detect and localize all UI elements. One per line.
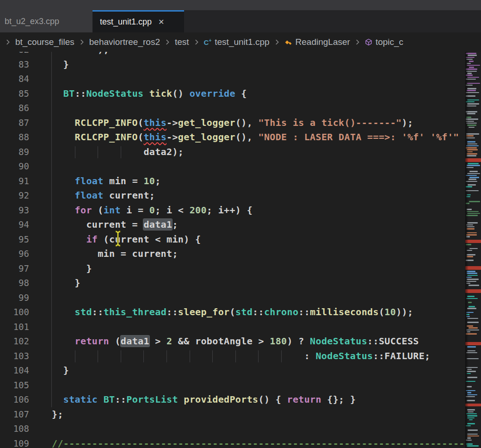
code-text[interactable]: } — [52, 57, 69, 72]
code-line-103[interactable]: 103 : NodeStatus::FAILURE; — [0, 349, 465, 364]
code-text[interactable]: //--------------------------------------… — [52, 436, 465, 448]
code-line-93[interactable]: 93 for (int i = 0; i < 200; i++) { — [0, 203, 465, 218]
minimap-code-row — [466, 121, 474, 122]
code-line-87[interactable]: 87 RCLCPP_INFO(this->get_logger(), "This… — [0, 116, 465, 131]
minimap-code-row — [466, 443, 473, 445]
code-line-89[interactable]: 89 data2); — [0, 145, 465, 160]
minimap-code-row — [467, 141, 475, 143]
minimap-code-row — [467, 113, 475, 114]
breadcrumb-item-topic_c[interactable]: topic_c — [365, 37, 403, 47]
minimap-code-row — [466, 224, 473, 226]
minimap-code-row — [466, 277, 472, 278]
code-line-104[interactable]: 104 } — [0, 363, 465, 378]
code-line-101[interactable]: 101 — [0, 320, 465, 335]
minimap-code-row — [466, 137, 475, 139]
minimap-code-row — [466, 330, 479, 331]
code-line-98[interactable]: 98 } — [0, 276, 465, 291]
code-text[interactable]: } — [52, 261, 92, 276]
minimap-error-mark — [465, 289, 481, 293]
code-line-85[interactable]: 85 BT::NodeStatus tick() override { — [0, 87, 465, 101]
breadcrumb-item-test_unit1.cpp[interactable]: C+test_unit1.cpp — [204, 37, 270, 47]
code-text[interactable]: for (int i = 0; i < 200; i++) { — [52, 203, 253, 218]
code-text[interactable]: : NodeStatus::FAILURE; — [52, 349, 430, 364]
breadcrumb-item-test[interactable]: test — [175, 37, 189, 47]
code-line-82[interactable]: 82 ); — [0, 52, 465, 57]
class-icon — [284, 38, 292, 46]
minimap-code-row — [467, 386, 472, 387]
code-line-102[interactable]: 102 return (data1 > 2 && robotAngle > 18… — [0, 334, 465, 349]
code-text[interactable]: min = current; — [52, 247, 178, 261]
code-text[interactable]: static BT::PortsList providedPorts() { r… — [52, 392, 356, 407]
line-number: 108 — [0, 422, 32, 436]
code-line-97[interactable]: 97 } — [0, 261, 465, 276]
code-editor[interactable]: 82 );83 }8485 BT::NodeStatus tick() over… — [0, 52, 465, 448]
minimap-code-row — [466, 236, 470, 237]
minimap-code-row — [469, 327, 478, 329]
code-text[interactable]: if (current < min) { — [52, 232, 201, 247]
tab-test_unit1.cpp[interactable]: test_unit1.cpp✕ — [92, 10, 184, 32]
minimap-code-row — [466, 53, 476, 54]
code-line-99[interactable]: 99 — [0, 291, 465, 305]
code-text[interactable]: float min = 10; — [52, 174, 161, 189]
minimap-code-row — [466, 312, 474, 313]
minimap-code-row — [468, 55, 477, 56]
minimap-code-row — [466, 196, 470, 198]
code-line-94[interactable]: 94 current = data1; — [0, 218, 465, 232]
code-text[interactable]: data2); — [52, 145, 184, 160]
code-line-100[interactable]: 100 std::this_thread::sleep_for(std::chr… — [0, 305, 465, 320]
code-line-95[interactable]: 95 if (current < min) { — [0, 232, 465, 247]
code-line-90[interactable]: 90 — [0, 159, 465, 174]
code-text[interactable]: return (data1 > 2 && robotAngle > 180) ?… — [52, 334, 419, 349]
line-number: 109 — [0, 436, 32, 448]
minimap-code-row — [466, 145, 479, 147]
tab-close-icon[interactable]: ✕ — [158, 19, 164, 26]
code-line-91[interactable]: 91 float min = 10; — [0, 174, 465, 189]
line-number: 102 — [0, 334, 32, 349]
breadcrumb-label: ReadingLaser — [296, 37, 350, 47]
code-text[interactable]: BT::NodeStatus tick() override { — [52, 87, 247, 101]
code-text[interactable]: RCLCPP_INFO(this->get_logger(), "NODE : … — [52, 130, 459, 145]
minimap-code-row — [467, 369, 472, 370]
line-number: 88 — [0, 130, 32, 145]
minimap-code-row — [467, 346, 476, 348]
code-line-92[interactable]: 92 float current; — [0, 188, 465, 203]
tab-bt_u2_ex3.cpp[interactable]: bt_u2_ex3.cpp — [0, 10, 92, 32]
code-line-88[interactable]: 88 RCLCPP_INFO(this->get_logger(), "NODE… — [0, 130, 465, 145]
minimap-code-row — [469, 285, 479, 286]
breadcrumb-item-behaviortree_ros2[interactable]: behaviortree_ros2 — [89, 37, 160, 47]
minimap[interactable] — [465, 52, 481, 448]
code-text[interactable]: } — [52, 363, 69, 378]
minimap-code-row — [466, 68, 477, 70]
code-line-107[interactable]: 107}; — [0, 407, 465, 422]
code-line-106[interactable]: 106 static BT::PortsList providedPorts()… — [0, 392, 465, 407]
code-text[interactable]: RCLCPP_INFO(this->get_logger(), "This is… — [52, 116, 413, 131]
minimap-code-row — [469, 61, 474, 62]
code-line-86[interactable]: 86 — [0, 101, 465, 116]
minimap-code-row — [466, 283, 470, 284]
breadcrumb-item-bt_course_files[interactable]: bt_course_files — [15, 37, 74, 47]
line-number: 97 — [0, 261, 32, 276]
line-number: 107 — [0, 407, 32, 422]
minimap-code-row — [466, 190, 479, 192]
code-text[interactable]: float current; — [52, 188, 155, 203]
line-number: 89 — [0, 145, 32, 160]
minimap-code-row — [469, 306, 475, 307]
code-line-84[interactable]: 84 — [0, 72, 465, 87]
minimap-code-row — [466, 298, 478, 299]
minimap-code-row — [466, 167, 474, 168]
code-text[interactable]: ); — [52, 52, 109, 57]
breadcrumb-item-ReadingLaser[interactable]: ReadingLaser — [284, 37, 350, 47]
minimap-code-row — [466, 147, 477, 149]
code-line-109[interactable]: 109//-----------------------------------… — [0, 436, 465, 448]
code-line-108[interactable]: 108 — [0, 422, 465, 436]
line-number: 105 — [0, 378, 32, 393]
code-line-96[interactable]: 96 min = current; — [0, 247, 465, 261]
minimap-code-row — [466, 314, 469, 315]
code-line-105[interactable]: 105 — [0, 378, 465, 393]
line-number: 104 — [0, 363, 32, 378]
code-text[interactable]: std::this_thread::sleep_for(std::chrono:… — [52, 305, 413, 320]
breadcrumb-label: topic_c — [376, 37, 403, 47]
code-line-83[interactable]: 83 } — [0, 57, 465, 72]
code-text[interactable]: }; — [52, 407, 63, 422]
code-text[interactable]: } — [52, 276, 80, 291]
